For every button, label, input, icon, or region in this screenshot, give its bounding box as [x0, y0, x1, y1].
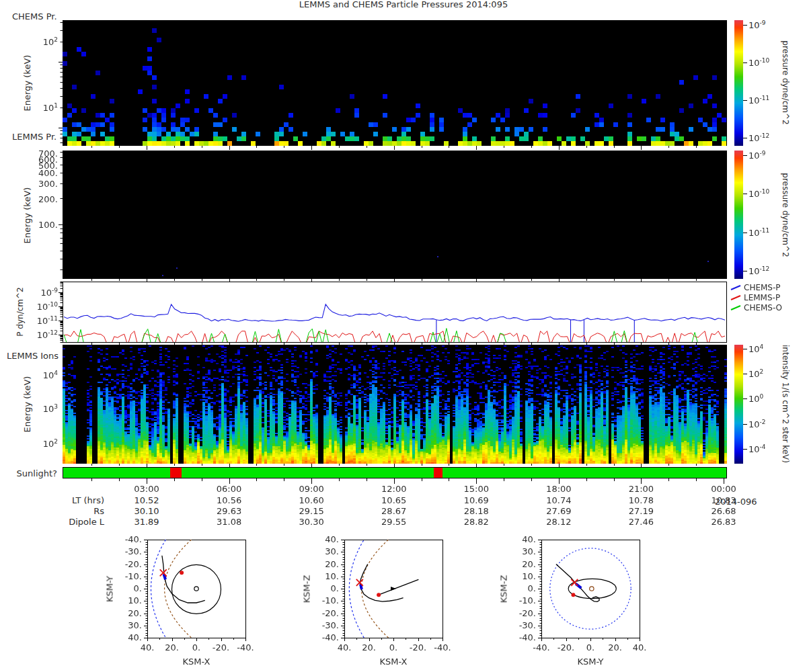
colorbar-tick-mark [743, 271, 747, 271]
orbit-xz-yaxis-title: KSM-Z [303, 562, 311, 616]
colorbar-tick-mark [743, 374, 747, 374]
time-tick-label: 15:00 [456, 485, 496, 493]
time-tick-label: 12:00 [374, 485, 414, 493]
orbit-yz-xaxis-title: KSM-Y [564, 657, 617, 666]
colorbar2-tick: 10-10 [748, 189, 782, 198]
time-tick-label: 09:00 [291, 485, 332, 493]
row-label-rs: Rs [13, 507, 104, 515]
colorbar1-title: pressure dyne/cm^2 [781, 32, 790, 133]
chems-pressure-spectrogram [56, 20, 728, 151]
ephemeris-value: 28.12 [539, 517, 579, 526]
ions-ytick: 103 [31, 404, 58, 413]
ephemeris-value: 10.60 [291, 496, 332, 505]
colorbar2-title: pressure dyne/cm^2 [781, 165, 790, 265]
time-tick-label: 18:00 [539, 485, 579, 493]
lemms-pressure-spectrogram [56, 151, 728, 284]
plines-ytick: 10-11 [24, 316, 58, 325]
ephemeris-value: 30.10 [126, 507, 167, 515]
ephemeris-value: 29.63 [209, 507, 249, 515]
ephemeris-value: 10.74 [539, 496, 579, 505]
colorbar3-tick: 10-2 [748, 419, 782, 429]
ephemeris-value: 10.56 [209, 496, 249, 505]
page-title: LEMMS and CHEMS Particle Pressures 2014:… [0, 0, 807, 9]
ephemeris-value: 27.69 [539, 507, 579, 515]
legend-item-lemms-p: LEMMS-P [730, 294, 780, 302]
legend-item-chems-p: CHEMS-P [730, 284, 781, 292]
legend-line-chems-p [730, 284, 741, 291]
orbit-yz-yaxis-title: KSM-Z [500, 562, 508, 616]
plines-ytick: 10-12 [24, 330, 58, 339]
colorbar2-tick: 10-12 [748, 266, 782, 276]
legend-line-chems-o [730, 304, 741, 311]
ephemeris-value: 28.18 [456, 507, 496, 515]
ephemeris-value: 27.46 [621, 517, 661, 526]
colorbar1-tick: 10-10 [748, 58, 782, 67]
ephemeris-value: 31.89 [126, 517, 167, 526]
ephemeris-value: 10.52 [126, 496, 167, 505]
colorbar-tick-mark [743, 449, 747, 450]
colorbar-tick-mark [743, 194, 747, 194]
lemms-ions-spectrogram [56, 345, 728, 468]
colorbar-tick-mark [743, 349, 747, 349]
lemms-ytick: 200. [31, 195, 58, 204]
ephemeris-value: 10.65 [374, 496, 414, 505]
lemms-ytick: 400. [31, 169, 58, 177]
time-tick-label: 21:00 [621, 485, 661, 493]
orbit-xz-xaxis-title: KSM-X [367, 657, 420, 666]
colorbar3-tick: 100 [748, 394, 782, 403]
chems-ytick: 101 [31, 103, 58, 112]
ephemeris-value: 31.08 [209, 517, 249, 526]
time-tick-label: 03:00 [126, 485, 167, 493]
orbit-plots-canvas [94, 531, 720, 662]
ephemeris-value: 29.55 [374, 517, 414, 526]
ions-yaxis-title: Energy (keV) [23, 364, 32, 445]
legend-line-lemms-p [730, 294, 741, 301]
colorbar-tick-mark [743, 424, 747, 425]
ephemeris-value: 26.68 [703, 507, 744, 515]
panel-label-lemms-pr: LEMMS Pr. [12, 132, 56, 141]
colorbar-tick-mark [743, 233, 747, 233]
colorbar-tick-mark [743, 62, 747, 63]
colorbar-tick-mark [743, 25, 747, 26]
ephemeris-value: 28.67 [374, 507, 414, 515]
ephemeris-value: 10.83 [703, 496, 744, 505]
colorbar2-tick: 10-11 [748, 228, 782, 237]
ions-ytick: 102 [31, 439, 58, 448]
pressure-yaxis-title: P dyn/cm^2 [16, 271, 24, 352]
ions-ytick: 104 [31, 370, 58, 380]
sunlight-off-segment [434, 468, 443, 478]
row-label-lt: LT (hrs) [13, 496, 104, 505]
colorbar3-tick: 102 [748, 369, 782, 378]
chems-ytick: 102 [31, 37, 58, 46]
colorbar1-tick: 10-12 [748, 133, 782, 142]
ephemeris-value: 26.83 [703, 517, 744, 526]
legend-label-lemms-p: LEMMS-P [744, 294, 780, 302]
sunlight-label: Sunlight? [0, 469, 57, 478]
plines-ytick: 10-10 [24, 302, 58, 311]
legend-label-chems-o: CHEMS-O [744, 304, 782, 312]
lemms-ytick: 100. [31, 220, 58, 229]
legend-item-chems-o: CHEMS-O [730, 304, 782, 312]
ephemeris-value: 10.78 [621, 496, 661, 505]
panel-label-chems-pr: CHEMS Pr. [12, 12, 57, 21]
sunlight-off-segment [170, 468, 182, 478]
lemms-yaxis-title: Energy (keV) [23, 175, 32, 256]
colorbar3-tick: 104 [748, 344, 782, 353]
time-tick-label: 00:00 [703, 485, 744, 493]
row-label-dipole-l: Dipole L [13, 517, 104, 526]
ephemeris-value: 10.69 [456, 496, 496, 505]
orbit-xy-yaxis-title: KSM-Y [106, 562, 114, 616]
ephemeris-value: 30.30 [291, 517, 332, 526]
time-tick-label: 06:00 [209, 485, 249, 493]
chems-yaxis-title: Energy (keV) [23, 43, 32, 124]
colorbar-pressure-top [734, 20, 743, 146]
lemms-ytick: 300. [31, 179, 58, 188]
sunlight-status-bar [63, 467, 727, 478]
particle-pressure-lineplot [56, 282, 728, 347]
ephemeris-value: 29.15 [291, 507, 332, 515]
colorbar-tick-mark [743, 398, 747, 399]
colorbar1-tick: 10-11 [748, 95, 782, 105]
colorbar-tick-mark [743, 155, 747, 156]
panel-label-lemms-ions: LEMMS Ions [7, 351, 59, 360]
colorbar3-tick: 10-4 [748, 444, 782, 454]
